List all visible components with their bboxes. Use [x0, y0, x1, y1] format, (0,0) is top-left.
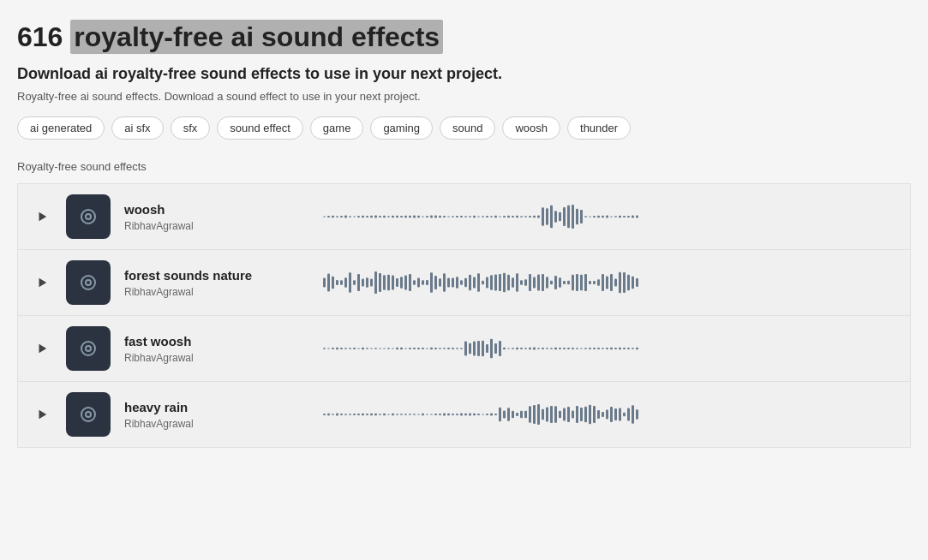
svg-rect-95 [404, 276, 407, 290]
svg-rect-82 [349, 273, 351, 293]
svg-rect-199 [529, 348, 531, 350]
svg-rect-289 [593, 406, 596, 423]
svg-rect-279 [550, 406, 553, 423]
tag-thunder[interactable]: thunder [567, 116, 631, 140]
svg-rect-234 [357, 414, 360, 415]
track-thumbnail [66, 326, 111, 371]
svg-rect-231 [344, 414, 347, 416]
play-button[interactable] [32, 272, 52, 293]
svg-rect-2 [327, 216, 330, 217]
svg-rect-117 [499, 274, 501, 291]
tag-woosh[interactable]: woosh [502, 116, 560, 140]
svg-rect-104 [443, 274, 446, 293]
track-thumbnail [66, 392, 111, 437]
title-highlight: royalty-free ai sound effects [70, 20, 443, 54]
svg-rect-60 [576, 209, 578, 224]
svg-rect-127 [542, 274, 544, 291]
svg-rect-258 [460, 414, 463, 416]
svg-rect-178 [439, 349, 441, 350]
play-button[interactable] [32, 206, 52, 227]
svg-rect-102 [434, 276, 437, 289]
play-button[interactable] [32, 404, 52, 425]
svg-rect-17 [392, 216, 394, 218]
svg-rect-202 [542, 348, 544, 349]
svg-rect-89 [379, 273, 381, 292]
svg-rect-125 [533, 277, 536, 289]
svg-rect-84 [357, 274, 360, 291]
svg-rect-114 [486, 277, 488, 289]
svg-rect-254 [443, 414, 446, 416]
tag-sfx[interactable]: sfx [171, 116, 211, 140]
svg-rect-11 [366, 216, 368, 217]
svg-rect-156 [344, 349, 347, 350]
svg-rect-211 [580, 349, 583, 349]
svg-rect-284 [572, 411, 574, 419]
svg-rect-94 [400, 277, 403, 289]
svg-rect-270 [512, 411, 514, 418]
svg-rect-41 [494, 216, 497, 217]
svg-rect-154 [336, 348, 338, 350]
svg-rect-267 [499, 408, 501, 421]
svg-rect-61 [580, 210, 583, 223]
svg-rect-83 [353, 281, 356, 285]
svg-rect-164 [379, 349, 381, 349]
svg-rect-88 [374, 272, 377, 295]
svg-rect-176 [430, 348, 433, 349]
svg-rect-24 [422, 217, 424, 217]
svg-rect-3 [332, 216, 334, 218]
svg-rect-66 [602, 216, 604, 218]
svg-rect-1 [323, 217, 326, 217]
tag-ai-sfx[interactable]: ai sfx [111, 116, 163, 140]
tag-sound[interactable]: sound [440, 116, 495, 140]
svg-marker-225 [39, 410, 47, 420]
svg-rect-153 [332, 348, 334, 349]
svg-rect-16 [387, 217, 390, 218]
tag-game[interactable]: game [310, 116, 364, 140]
svg-rect-255 [447, 414, 450, 416]
svg-marker-150 [39, 344, 47, 354]
svg-rect-129 [550, 281, 553, 284]
track-thumbnail [66, 260, 111, 305]
tag-ai-generated[interactable]: ai generated [17, 116, 105, 140]
track-item: wooshRibhavAgrawal [17, 183, 911, 249]
svg-rect-248 [417, 414, 420, 415]
svg-rect-123 [524, 280, 527, 286]
svg-rect-63 [589, 217, 591, 217]
svg-rect-243 [396, 414, 398, 415]
waveform-container[interactable] [323, 194, 896, 239]
svg-rect-185 [469, 343, 471, 354]
svg-rect-198 [524, 349, 527, 350]
svg-rect-33 [460, 216, 463, 217]
svg-rect-294 [614, 408, 617, 420]
svg-rect-69 [614, 217, 617, 218]
play-button[interactable] [32, 338, 52, 359]
waveform [323, 260, 640, 305]
svg-rect-106 [452, 278, 454, 288]
svg-rect-186 [473, 342, 476, 356]
svg-rect-159 [357, 349, 360, 349]
svg-rect-130 [554, 277, 557, 290]
svg-rect-173 [417, 348, 420, 349]
svg-rect-90 [383, 276, 386, 291]
svg-rect-10 [362, 216, 364, 217]
svg-rect-105 [447, 278, 450, 288]
tag-gaming[interactable]: gaming [370, 116, 433, 140]
svg-rect-6 [344, 216, 347, 218]
tag-sound-effect[interactable]: sound effect [217, 116, 303, 140]
svg-rect-203 [546, 349, 548, 350]
svg-rect-107 [456, 277, 458, 289]
waveform-container[interactable] [323, 326, 896, 371]
svg-rect-78 [332, 277, 334, 289]
svg-rect-216 [602, 349, 604, 350]
svg-rect-19 [400, 216, 403, 217]
svg-rect-192 [499, 341, 501, 356]
svg-rect-197 [520, 348, 523, 349]
waveform-container[interactable] [323, 392, 896, 437]
svg-rect-120 [512, 278, 514, 289]
svg-rect-71 [623, 216, 626, 217]
svg-rect-220 [619, 348, 621, 350]
svg-rect-272 [520, 411, 523, 419]
waveform-container[interactable] [323, 260, 896, 305]
svg-rect-56 [559, 212, 561, 221]
svg-rect-179 [443, 349, 446, 349]
